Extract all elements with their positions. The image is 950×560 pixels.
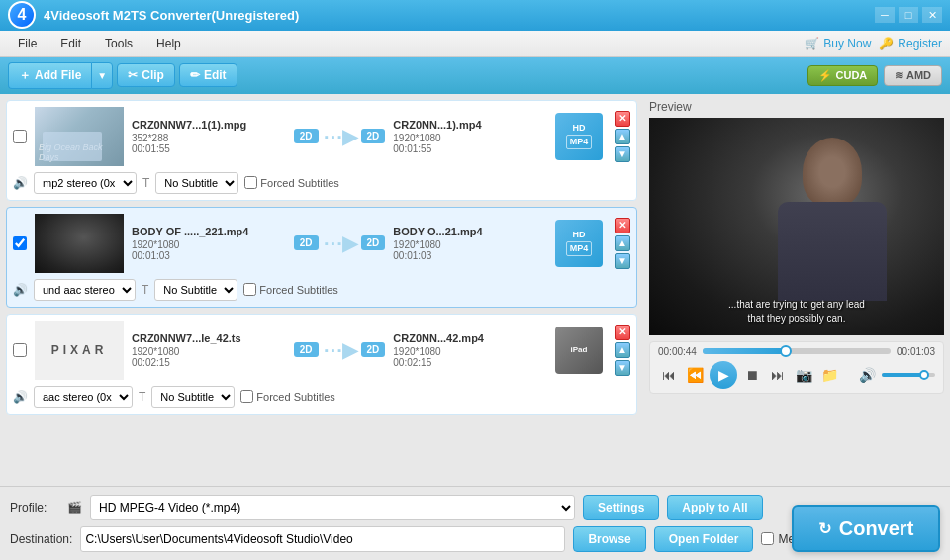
output-info-3: CRZ0NN...42.mp4 1920*1080 00:02:15 (393, 332, 547, 368)
time-start: 00:00:44 (658, 346, 697, 357)
clip-button[interactable]: ✂ Clip (117, 63, 175, 87)
format-badge-1: HD MP4 (555, 113, 603, 160)
menu-edit[interactable]: Edit (50, 34, 91, 53)
amd-button[interactable]: ≋ AMD (884, 65, 942, 86)
edit-icon: ✏ (190, 68, 200, 82)
cart-icon: 🛒 (805, 37, 819, 50)
input-2d-badge-2: 2D (294, 235, 319, 250)
profile-select[interactable]: HD MPEG-4 Video (*.mp4) (90, 495, 575, 520)
move-up-button-3[interactable]: ▲ (615, 342, 630, 358)
main-content: Big Ocean Back Days CRZ0NNW7...1(1).mpg … (0, 94, 950, 486)
register-button[interactable]: 🔑 Register (879, 37, 942, 50)
screenshot-button[interactable]: 📷 (793, 364, 814, 386)
file-checkbox-3[interactable] (13, 343, 27, 357)
move-up-button-1[interactable]: ▲ (615, 129, 630, 144)
add-file-dropdown-button[interactable]: ▼ (91, 62, 113, 89)
amd-icon: ≋ (895, 69, 903, 81)
remove-file-button-2[interactable]: ✕ (615, 218, 630, 233)
file-thumbnail-2 (35, 214, 124, 273)
subtitle-select-1[interactable]: No Subtitle (155, 172, 238, 194)
menu-help[interactable]: Help (146, 34, 191, 53)
subtitle-select-3[interactable]: No Subtitle (151, 386, 235, 408)
convert-button[interactable]: ↻ Convert (792, 505, 940, 552)
output-name-1: CRZ0NN...1).mp4 (393, 119, 547, 131)
remove-file-button-3[interactable]: ✕ (615, 325, 630, 340)
stop-button[interactable]: ⏹ (741, 364, 763, 386)
play-button[interactable]: ▶ (710, 361, 737, 389)
output-details-3: 1920*1080 00:02:15 (393, 346, 547, 368)
menu-file[interactable]: File (8, 34, 47, 53)
convert-section: ↻ Convert (792, 505, 940, 552)
preview-area: Preview ...that are trying to get any le… (643, 94, 950, 486)
maximize-button[interactable]: □ (899, 7, 918, 23)
convert-arrow-1: 2D ⋯▶ 2D (294, 125, 386, 148)
forced-subtitle-checkbox-2[interactable] (243, 283, 256, 296)
audio-select-1[interactable]: mp2 stereo (0x (34, 172, 137, 194)
audio-icon-2: 🔊 (13, 283, 28, 297)
move-down-button-2[interactable]: ▼ (615, 253, 630, 269)
file-details-1: 352*288 00:01:55 (132, 133, 286, 154)
file-name-3: CRZ0NNW7...le_42.ts (132, 332, 286, 344)
progress-bar[interactable] (703, 348, 891, 354)
convert-arrow-3: 2D ⋯▶ 2D (294, 338, 386, 362)
volume-button[interactable]: 🔊 (856, 364, 878, 386)
format-badge-2: HD MP4 (555, 220, 603, 267)
open-folder-dest-button[interactable]: Open Folder (654, 526, 754, 552)
row-controls-2: ✕ ▲ ▼ (615, 218, 630, 269)
step-back-button[interactable]: ⏪ (684, 364, 706, 386)
skip-to-start-button[interactable]: ⏮ (658, 364, 680, 386)
minimize-button[interactable]: ─ (875, 7, 895, 23)
destination-input[interactable] (80, 526, 565, 552)
add-file-button[interactable]: ＋ Add File (8, 62, 91, 89)
move-up-button-2[interactable]: ▲ (615, 235, 630, 251)
row-controls-1: ✕ ▲ ▼ (615, 111, 630, 162)
volume-fill (882, 373, 924, 377)
time-end: 00:01:03 (897, 346, 935, 357)
move-down-button-3[interactable]: ▼ (615, 360, 630, 376)
file-row-3: PIXAR CRZ0NNW7...le_42.ts 1920*1080 00:0… (6, 314, 637, 415)
file-name-2: BODY OF ....._221.mp4 (132, 226, 286, 237)
arrow-right-icon-2: ⋯▶ (323, 232, 357, 255)
preview-video: ...that are trying to get any leadthat t… (649, 118, 944, 335)
forced-subtitle-2: Forced Subtitles (243, 283, 337, 296)
output-info-1: CRZ0NN...1).mp4 1920*1080 00:01:55 (393, 119, 547, 154)
cuda-button[interactable]: ⚡ CUDA (808, 65, 879, 86)
browse-button[interactable]: Browse (573, 526, 645, 552)
text-icon-1: T (142, 176, 149, 190)
buy-now-button[interactable]: 🛒 Buy Now (805, 37, 871, 50)
file-row-top-3: PIXAR CRZ0NNW7...le_42.ts 1920*1080 00:0… (13, 321, 630, 380)
close-button[interactable]: ✕ (922, 7, 942, 23)
volume-bar[interactable] (882, 373, 935, 377)
menu-tools[interactable]: Tools (95, 34, 142, 53)
file-row-bottom-3: 🔊 aac stereo (0x T No Subtitle Forced Su… (13, 386, 630, 408)
edit-button[interactable]: ✏ Edit (179, 63, 238, 87)
playback-controls: 00:00:44 00:01:03 ⏮ ⏪ ▶ ⏹ ⏭ 📷 📁 (649, 341, 944, 394)
merge-checkbox[interactable] (761, 532, 774, 545)
file-row-2: BODY OF ....._221.mp4 1920*1080 00:01:03… (6, 207, 637, 308)
volume-thumb[interactable] (919, 370, 929, 380)
remove-file-button-1[interactable]: ✕ (615, 111, 630, 127)
apply-to-all-button[interactable]: Apply to All (667, 495, 762, 520)
output-2d-badge-2: 2D (361, 235, 386, 250)
progress-thumb[interactable] (780, 345, 792, 357)
output-2d-badge-1: 2D (361, 129, 386, 143)
menu-bar: File Edit Tools Help 🛒 Buy Now 🔑 Registe… (0, 31, 950, 57)
menu-bar-right: 🛒 Buy Now 🔑 Register (805, 37, 942, 50)
subtitle-select-2[interactable]: No Subtitle (154, 279, 238, 301)
file-row-bottom-1: 🔊 mp2 stereo (0x T No Subtitle Forced Su… (13, 172, 630, 194)
forced-subtitle-checkbox-1[interactable] (244, 176, 257, 189)
open-folder-button[interactable]: 📁 (818, 364, 840, 386)
text-icon-3: T (139, 390, 145, 404)
file-checkbox-1[interactable] (13, 130, 27, 143)
output-details-2: 1920*1080 00:01:03 (393, 239, 547, 261)
preview-label: Preview (649, 100, 944, 114)
file-checkbox-2[interactable] (13, 236, 27, 250)
settings-button[interactable]: Settings (583, 495, 659, 520)
skip-to-end-button[interactable]: ⏭ (767, 364, 789, 386)
cuda-icon: ⚡ (818, 69, 832, 82)
forced-subtitle-checkbox-3[interactable] (240, 390, 253, 403)
file-details-3: 1920*1080 00:02:15 (132, 346, 286, 368)
move-down-button-1[interactable]: ▼ (615, 146, 630, 162)
audio-select-3[interactable]: aac stereo (0x (34, 386, 133, 408)
audio-select-2[interactable]: und aac stereo (34, 279, 136, 301)
